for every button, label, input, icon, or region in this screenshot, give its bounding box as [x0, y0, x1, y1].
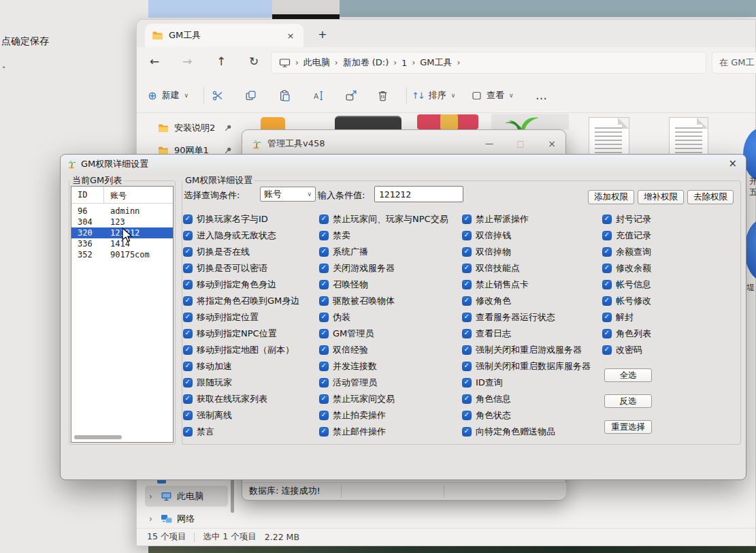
close-icon[interactable]: ×	[728, 157, 737, 170]
breadcrumb[interactable]: › 此电脑 › 新加卷 (D:) › 1 › GM工具 ›	[271, 52, 706, 74]
permission-item[interactable]: 封号记录	[602, 215, 651, 224]
permission-item[interactable]: 禁止销售点卡	[462, 280, 591, 289]
permission-item[interactable]: 将指定角色召唤到GM身边	[183, 296, 299, 306]
permission-item[interactable]: 强制关闭和重启游戏服务器	[462, 345, 591, 355]
chevron-right-icon[interactable]: ›	[149, 514, 156, 524]
gm-list-hscrollbar[interactable]	[74, 435, 122, 439]
permission-item[interactable]: 查看日志	[462, 329, 591, 338]
permission-checkbox-checked[interactable]	[319, 313, 329, 322]
tab-gm-folder[interactable]: GM工具 ×	[145, 24, 303, 47]
select-all-button[interactable]: 全选	[604, 368, 652, 382]
permission-checkbox-checked[interactable]	[602, 345, 612, 355]
permission-checkbox-checked[interactable]	[319, 329, 329, 338]
invert-selection-button[interactable]: 反选	[604, 394, 652, 408]
breadcrumb-volume-d[interactable]: 新加卷 (D:)	[343, 57, 389, 69]
permission-item[interactable]: 双倍经验	[319, 345, 448, 355]
remove-permission-button[interactable]: 去除权限	[687, 190, 734, 204]
permission-checkbox-checked[interactable]	[183, 296, 193, 306]
new-button[interactable]: ⊕ 新建 ∨	[148, 85, 188, 106]
permission-item[interactable]: 双倍技能点	[462, 264, 591, 273]
breadcrumb-folder-1[interactable]: 1	[401, 58, 407, 68]
permission-checkbox-checked[interactable]	[319, 264, 329, 273]
permission-checkbox-checked[interactable]	[602, 264, 612, 273]
permission-item[interactable]: 移动到指定角色身边	[183, 280, 299, 289]
append-permission-button[interactable]: 增补权限	[638, 190, 684, 204]
permission-item[interactable]: 禁止玩家间交易	[319, 394, 448, 404]
permission-checkbox-checked[interactable]	[462, 378, 472, 388]
permission-item[interactable]: 伪装	[319, 313, 448, 322]
permission-item[interactable]: 角色列表	[602, 329, 651, 338]
gm-list[interactable]: ID 账号 96adminn 304123 320121212 3361414 …	[71, 186, 174, 443]
sidebar-item-install-notes[interactable]: 安装说明2	[148, 118, 236, 138]
close-icon[interactable]: ×	[544, 138, 559, 150]
view-button[interactable]: 查看 ∨	[472, 85, 514, 106]
permission-item[interactable]: 移动到指定NPC位置	[183, 329, 299, 338]
new-tab-button[interactable]: +	[314, 26, 331, 44]
permission-item[interactable]: GM管理员	[319, 329, 448, 338]
permission-item[interactable]: 驱散被召唤物体	[319, 296, 448, 306]
permission-item[interactable]: 切换是否在线	[183, 247, 299, 257]
permission-item[interactable]: 角色状态	[462, 411, 591, 420]
permission-checkbox-checked[interactable]	[183, 247, 193, 257]
permission-item[interactable]: 强制离线	[183, 411, 299, 420]
permission-checkbox-checked[interactable]	[602, 215, 612, 224]
permission-item[interactable]: 禁止玩家间、玩家与NPC交易	[319, 215, 448, 224]
permission-item[interactable]: 关闭游戏服务器	[319, 264, 448, 273]
permission-item[interactable]: 禁止邮件操作	[319, 427, 448, 437]
permission-checkbox-checked[interactable]	[319, 215, 329, 224]
permission-item[interactable]: 移动到指定地图（副本）	[183, 345, 299, 355]
permission-checkbox-checked[interactable]	[183, 215, 193, 224]
permission-item[interactable]: 修改余额	[602, 264, 651, 273]
gm-list-row[interactable]: 304123	[71, 217, 173, 227]
permission-checkbox-checked[interactable]	[183, 378, 193, 388]
permission-item[interactable]: 角色信息	[462, 394, 591, 404]
permission-item[interactable]: 帐号修改	[602, 296, 651, 306]
permission-item[interactable]: 强制关闭和重启数据库服务器	[462, 362, 591, 371]
permission-item[interactable]: 禁卖	[319, 231, 448, 240]
permission-item[interactable]: 禁止拍卖操作	[319, 411, 448, 420]
permission-checkbox-checked[interactable]	[462, 345, 472, 355]
permission-checkbox-checked[interactable]	[183, 411, 193, 420]
permission-item[interactable]: 双倍掉钱	[462, 231, 591, 240]
file-icon-books[interactable]	[417, 114, 478, 129]
permission-checkbox-checked[interactable]	[183, 427, 193, 437]
permission-item[interactable]: 切换玩家名字与ID	[183, 215, 299, 224]
permission-item[interactable]: 向特定角色赠送物品	[462, 427, 591, 437]
share-button[interactable]	[345, 85, 357, 106]
permission-item[interactable]: 充值记录	[602, 231, 651, 240]
permission-checkbox-checked[interactable]	[462, 329, 472, 338]
permission-checkbox-checked[interactable]	[183, 231, 193, 240]
file-icon-document[interactable]	[669, 117, 708, 159]
permission-item[interactable]: 改密码	[602, 345, 651, 355]
permission-item[interactable]: 切换是否可以密语	[183, 264, 299, 273]
file-icon-folder[interactable]	[261, 117, 285, 129]
permission-checkbox-checked[interactable]	[319, 362, 329, 371]
permission-checkbox-checked[interactable]	[462, 313, 472, 322]
permission-checkbox-checked[interactable]	[462, 394, 472, 404]
permission-checkbox-checked[interactable]	[319, 378, 329, 388]
permission-checkbox-checked[interactable]	[602, 280, 612, 289]
permission-item[interactable]: 并发连接数	[319, 362, 448, 371]
permission-item[interactable]: 跟随玩家	[183, 378, 299, 388]
permission-item[interactable]: 帐号信息	[602, 280, 651, 289]
permission-item[interactable]: 修改角色	[462, 296, 591, 306]
permission-checkbox-checked[interactable]	[462, 247, 472, 257]
up-icon[interactable]: ↑	[213, 54, 229, 68]
permission-item[interactable]: 召唤怪物	[319, 280, 448, 289]
copy-button[interactable]	[245, 85, 257, 106]
permission-checkbox-checked[interactable]	[183, 362, 193, 371]
permission-item[interactable]: 获取在线玩家列表	[183, 394, 299, 404]
permission-checkbox-checked[interactable]	[319, 296, 329, 306]
query-condition-select[interactable]: 账号 ∨	[260, 187, 316, 202]
permission-item[interactable]: 移动到指定位置	[183, 313, 299, 322]
permission-checkbox-checked[interactable]	[319, 411, 329, 420]
sort-button[interactable]: ↑↓ 排序 ∨	[412, 85, 455, 106]
file-icon-document[interactable]	[589, 117, 629, 159]
permission-item[interactable]: ID查询	[462, 378, 591, 388]
permission-checkbox-checked[interactable]	[319, 231, 329, 240]
permission-checkbox-checked[interactable]	[462, 296, 472, 306]
permission-item[interactable]: 双倍掉物	[462, 247, 591, 257]
permission-item[interactable]: 禁止帮派操作	[462, 215, 591, 224]
file-icon-application[interactable]	[335, 116, 401, 129]
permission-item[interactable]: 系统广播	[319, 247, 448, 257]
